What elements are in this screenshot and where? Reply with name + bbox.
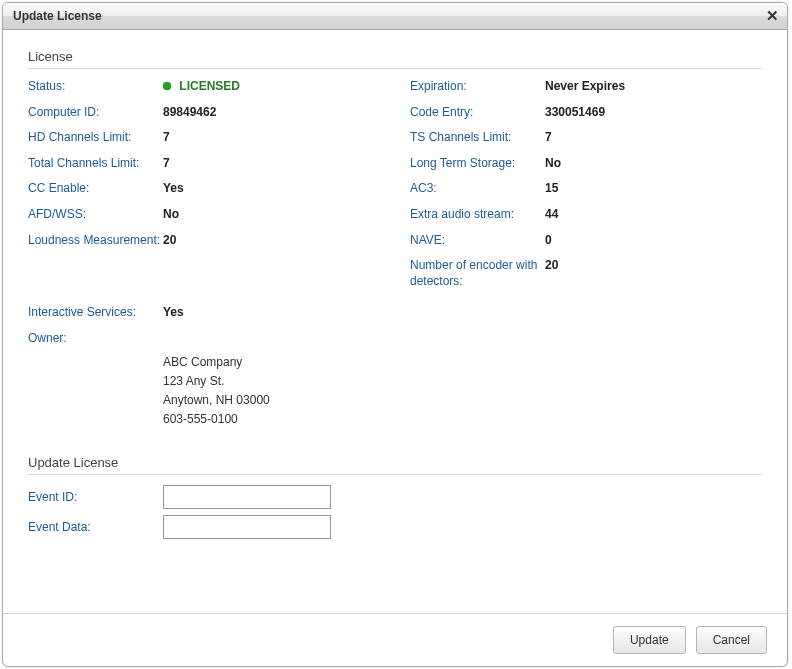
- total-limit-value: 7: [163, 156, 170, 172]
- hd-limit-value: 7: [163, 130, 170, 146]
- enc-det-label: Number of encoder with detectors:: [410, 258, 545, 289]
- afd-wss-label: AFD/WSS:: [28, 207, 163, 223]
- total-limit-label: Total Channels Limit:: [28, 156, 163, 172]
- computer-id-label: Computer ID:: [28, 105, 163, 121]
- event-id-label: Event ID:: [28, 490, 163, 504]
- update-license-dialog: Update License ✕ License Status: LICENSE…: [2, 2, 788, 667]
- nave-label: NAVE:: [410, 233, 545, 249]
- owner-line1: ABC Company: [163, 353, 762, 372]
- event-data-label: Event Data:: [28, 520, 163, 534]
- license-section-title: License: [28, 49, 762, 64]
- interactive-services-label: Interactive Services:: [28, 305, 163, 321]
- interactive-services-value: Yes: [163, 305, 184, 321]
- expiration-value: Never Expires: [545, 79, 625, 95]
- owner-label: Owner:: [28, 331, 163, 347]
- loudness-value: 20: [163, 233, 176, 249]
- code-entry-label: Code Entry:: [410, 105, 545, 121]
- nave-value: 0: [545, 233, 552, 249]
- owner-line4: 603-555-0100: [163, 410, 762, 429]
- owner-block: ABC Company 123 Any St. Anytown, NH 0300…: [163, 353, 762, 430]
- owner-line2: 123 Any St.: [163, 372, 762, 391]
- extra-audio-label: Extra audio stream:: [410, 207, 545, 223]
- update-section-title: Update License: [28, 455, 762, 470]
- close-icon[interactable]: ✕: [766, 8, 779, 23]
- ts-limit-value: 7: [545, 130, 552, 146]
- cancel-button[interactable]: Cancel: [696, 626, 767, 654]
- status-label: Status:: [28, 79, 163, 95]
- hd-limit-label: HD Channels Limit:: [28, 130, 163, 146]
- cc-enable-label: CC Enable:: [28, 181, 163, 197]
- cc-enable-value: Yes: [163, 181, 184, 197]
- status-value: LICENSED: [163, 79, 240, 95]
- enc-det-value: 20: [545, 258, 558, 274]
- dialog-footer: Update Cancel: [3, 613, 787, 666]
- afd-wss-value: No: [163, 207, 179, 223]
- status-dot-icon: [163, 82, 171, 90]
- dialog-title: Update License: [13, 9, 102, 23]
- ac3-value: 15: [545, 181, 558, 197]
- event-id-input[interactable]: [163, 485, 331, 509]
- extra-audio-value: 44: [545, 207, 558, 223]
- lts-label: Long Term Storage:: [410, 156, 545, 172]
- expiration-label: Expiration:: [410, 79, 545, 95]
- loudness-label: Loudness Measurement:: [28, 233, 163, 249]
- computer-id-value: 89849462: [163, 105, 216, 121]
- lts-value: No: [545, 156, 561, 172]
- update-button[interactable]: Update: [613, 626, 686, 654]
- ts-limit-label: TS Channels Limit:: [410, 130, 545, 146]
- dialog-titlebar: Update License ✕: [3, 3, 787, 30]
- ac3-label: AC3:: [410, 181, 545, 197]
- event-data-input[interactable]: [163, 515, 331, 539]
- code-entry-value: 330051469: [545, 105, 605, 121]
- owner-line3: Anytown, NH 03000: [163, 391, 762, 410]
